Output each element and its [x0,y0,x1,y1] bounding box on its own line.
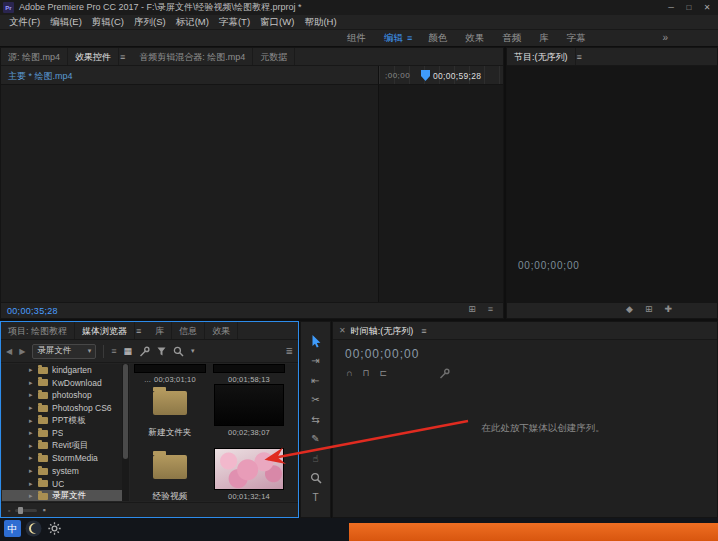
menu-item-1[interactable]: 文件(F) [4,16,45,29]
workspace-tab-1[interactable]: 组件 [338,32,375,45]
timeline-timecode[interactable]: 00;00;00;00 [345,347,419,361]
track-select-forward-tool[interactable]: ⇥ [307,355,324,368]
type-tool[interactable]: T [307,491,324,504]
safe-margins-icon[interactable]: ⊞ [645,305,653,314]
moon-icon[interactable] [25,520,42,537]
slip-tool[interactable]: ⇆ [307,413,324,426]
media-item-5[interactable]: 经验视频 [134,448,206,503]
effect-controls-ruler[interactable]: ;00;00 00;00;59;28 [378,66,503,85]
close-button[interactable]: ✕ [698,0,716,15]
tree-item-10[interactable]: ▸UC [2,477,122,490]
tree-expand-icon[interactable]: ▸ [29,366,38,374]
tree-item-7[interactable]: ▸Revit项目 [2,440,122,453]
tree-item-9[interactable]: ▸system [2,465,122,478]
workspace-tab-4[interactable]: 效果 [456,32,493,45]
ime-indicator[interactable]: 中 [4,520,21,537]
grid-view-icon[interactable]: ▦ [124,347,133,356]
zoom-out-thumbnails-icon[interactable]: ▫ [8,507,10,514]
source-panel-tab-2[interactable]: 效果控件 [68,48,119,66]
linked-selection-icon[interactable]: ⊓ [362,369,369,378]
project-panel-tab-5[interactable]: 效果 [205,322,238,340]
back-icon[interactable]: ◀ [6,347,12,356]
menu-item-7[interactable]: 窗口(W) [255,16,299,29]
menu-item-2[interactable]: 编辑(E) [45,16,87,29]
source-panel-tab-3[interactable]: 音频剪辑混合器: 绘图.mp4 [132,48,253,66]
tree-expand-icon[interactable]: ▸ [29,429,38,437]
project-panel-tab-1[interactable]: 项目: 绘图教程 [1,322,75,340]
list-view-icon[interactable]: ≡ [111,347,116,356]
zoom-in-thumbnails-icon[interactable]: ▪ [42,505,45,515]
tree-expand-icon[interactable]: ▸ [29,480,38,488]
workspace-menu-icon[interactable]: ≡ [407,33,419,43]
search-icon[interactable] [173,346,184,357]
thumbnail-size-slider[interactable] [15,509,37,512]
project-panel-tab-4[interactable]: 信息 [172,322,205,340]
workspace-tab-5[interactable]: 音频 [493,32,530,45]
media-item-4[interactable]: 00;02;38;07 [213,384,285,437]
sort-icon[interactable]: ≣ [285,347,293,356]
tree-item-4[interactable]: ▸Photoshop CS6 [2,402,122,415]
snap-icon[interactable]: ∩ [346,369,352,378]
tree-expand-icon[interactable]: ▸ [29,404,38,412]
project-panel-tab-2[interactable]: 媒体浏览器 [75,322,135,340]
tree-expand-icon[interactable]: ▸ [29,454,38,462]
minimize-button[interactable]: ─ [662,0,680,15]
panel-menu-icon[interactable]: ≡ [576,52,589,62]
menu-item-8[interactable]: 帮助(H) [299,16,341,29]
source-panel-tab-1[interactable]: 源: 绘图.mp4 [1,48,68,66]
tree-expand-icon[interactable]: ▸ [29,391,38,399]
settings-icon[interactable]: ≡ [488,305,493,314]
tree-item-2[interactable]: ▸KwDownload [2,377,122,390]
tree-item-1[interactable]: ▸kindgarten [2,364,122,377]
scrollbar-thumb[interactable] [123,364,128,459]
maximize-button[interactable]: □ [680,0,698,15]
taskbar-active-window[interactable] [349,523,718,541]
slider-thumb[interactable] [18,507,23,514]
program-timecode[interactable]: 00;00;00;00 [518,260,580,271]
tree-item-8[interactable]: ▸StormMedia [2,452,122,465]
pen-tool[interactable]: ✎ [307,433,324,446]
add-marker-icon[interactable]: ⊏ [380,369,388,378]
forward-icon[interactable]: ▶ [19,347,25,356]
razor-tool[interactable]: ✂ [307,394,324,407]
tree-expand-icon[interactable]: ▸ [29,417,38,425]
current-timecode[interactable]: 00;00;35;28 [7,306,58,316]
timeline-panel-tab[interactable]: 时间轴:(无序列) [349,322,421,340]
media-item-6[interactable]: 00;01;32;14 [213,448,285,501]
menu-item-5[interactable]: 标记(M) [171,16,214,29]
menu-item-6[interactable]: 字幕(T) [214,16,255,29]
tree-expand-icon[interactable]: ▸ [29,467,38,475]
workspace-tab-6[interactable]: 库 [530,32,558,45]
source-panel-tab-4[interactable]: 元数据 [253,48,295,66]
search-caret-icon[interactable]: ▾ [191,347,195,355]
panel-menu-icon[interactable]: ≡ [119,52,132,62]
hand-tool[interactable]: ☝ [307,452,324,465]
workspace-overflow-button[interactable]: » [662,32,668,43]
timeline-settings-wrench-icon[interactable] [439,368,450,379]
tree-scrollbar[interactable] [122,364,129,501]
tree-item-3[interactable]: ▸photoshop [2,389,122,402]
effect-controls-timeline-area[interactable] [378,85,503,302]
tree-item-6[interactable]: ▸PS [2,427,122,440]
media-item-3[interactable]: 新建文件夹 [134,384,206,439]
ripple-edit-tool[interactable]: ⇤ [307,374,324,387]
workspace-tab-3[interactable]: 颜色 [419,32,456,45]
media-item-2[interactable]: 00;01;58;13 [213,364,285,384]
wrench-icon[interactable] [139,346,150,357]
tree-expand-icon[interactable]: ▸ [29,442,38,450]
media-item-1[interactable]: ...00;03;01;10 [134,364,206,384]
tree-item-5[interactable]: ▸PPT模板 [2,414,122,427]
tree-expand-icon[interactable]: ▸ [29,492,38,500]
selection-tool[interactable] [307,335,324,348]
menu-item-3[interactable]: 剪辑(C) [87,16,129,29]
add-button-icon[interactable]: ✚ [664,305,672,314]
location-dropdown[interactable]: 录屏文件 ▾ [32,344,96,359]
project-panel-tab-3[interactable]: 库 [148,322,172,340]
panel-menu-icon[interactable]: ≡ [135,326,148,336]
menu-item-4[interactable]: 序列(S) [129,16,171,29]
gear-icon[interactable] [48,522,61,535]
tree-item-11[interactable]: ▸录屏文件 [2,490,122,501]
playhead-marker-icon[interactable] [421,70,430,81]
program-panel-tab[interactable]: 节目:(无序列) [507,48,576,66]
zoom-tool[interactable] [307,472,324,485]
